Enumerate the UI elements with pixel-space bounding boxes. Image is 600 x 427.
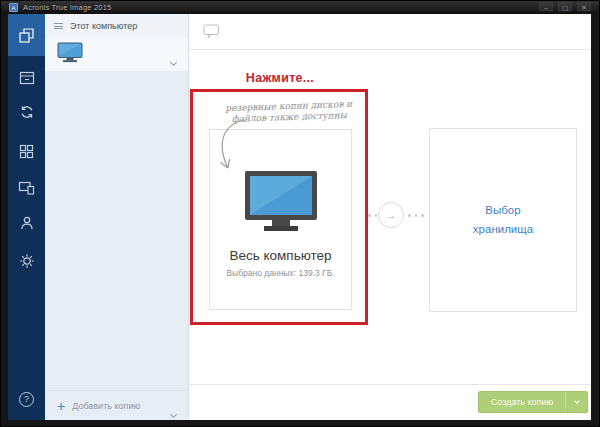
sidebar-item-archive[interactable] [8,59,45,97]
maximize-button[interactable]: ▢ [558,2,572,11]
monitor-icon [244,170,318,238]
window-title: Acronis True Image 2015 [23,3,111,12]
backup-icon [18,27,35,44]
destination-card-label: Выбор хранилища [473,201,533,239]
app-logo-icon: A [9,3,18,12]
annotation-note-line2: файлов также доступны [231,110,347,124]
toolbar-divider [189,49,591,50]
app-window: A Acronis True Image 2015 – ▢ ✕ [0,0,600,427]
create-backup-dropdown[interactable] [565,392,587,412]
navigation-sidebar: ? [8,14,45,420]
user-icon [19,215,35,231]
gear-icon [19,253,35,269]
close-button[interactable]: ✕ [577,2,591,11]
backup-list-panel: Этот компьютер + Добавить копию [45,14,189,420]
add-backup-label: Добавить копию [72,401,140,411]
devices-icon [18,180,35,195]
sidebar-item-account[interactable] [8,204,45,242]
sidebar-item-help[interactable]: ? [8,382,45,416]
window-controls: – ▢ ✕ [539,2,591,11]
add-backup-button[interactable]: + Добавить копию [45,390,188,420]
sidebar-item-sync[interactable] [8,93,45,131]
flow-arrow-icon: → [378,202,404,228]
annotation-note-line1: резервные копии дисков и [225,99,352,113]
app-body: ? Этот компьютер [8,14,591,420]
sidebar-item-tools[interactable] [8,132,45,170]
source-card-subtitle: Выбрано данных: 139.3 ГБ. [210,268,351,278]
menu-icon [54,22,63,31]
backup-item-this-computer[interactable] [45,38,188,71]
annotation-click-label: Нажмите... [189,71,371,85]
tools-grid-icon [19,144,34,159]
source-card-whole-pc[interactable]: Весь компьютер Выбрано данных: 139.3 ГБ. [209,129,352,310]
chevron-down-icon[interactable] [171,403,176,421]
chevron-down-icon[interactable] [171,51,176,69]
help-icon: ? [19,392,34,407]
flow-dots-right [408,214,424,217]
destination-label-line2: хранилища [473,223,533,235]
create-backup-button[interactable]: Создать копию [478,391,588,413]
sync-icon [19,104,35,120]
footer-divider [189,384,591,385]
annotation-note: резервные копии дисков и файлов также до… [215,98,364,125]
backup-list-title: Этот компьютер [70,21,137,31]
feedback-bubble-icon[interactable] [203,24,220,43]
create-backup-label: Создать копию [479,392,565,412]
computer-icon [57,42,83,67]
sidebar-item-settings[interactable] [8,242,45,280]
destination-card-select-storage[interactable]: Выбор хранилища [429,128,577,312]
backup-setup-main: Нажмите... резервные копии дисков и файл… [189,14,591,420]
chevron-down-icon [574,398,580,404]
minimize-button[interactable]: – [539,2,553,11]
flow-dots-left [368,214,377,217]
backup-list-header[interactable]: Этот компьютер [45,14,188,38]
destination-label-line1: Выбор [485,204,520,216]
plus-icon: + [57,399,65,413]
archive-icon [19,71,35,85]
sidebar-item-backup[interactable] [8,14,45,56]
sidebar-item-devices[interactable] [8,168,45,206]
title-bar: A Acronis True Image 2015 – ▢ ✕ [1,1,599,14]
source-card-title: Весь компьютер [210,248,351,263]
